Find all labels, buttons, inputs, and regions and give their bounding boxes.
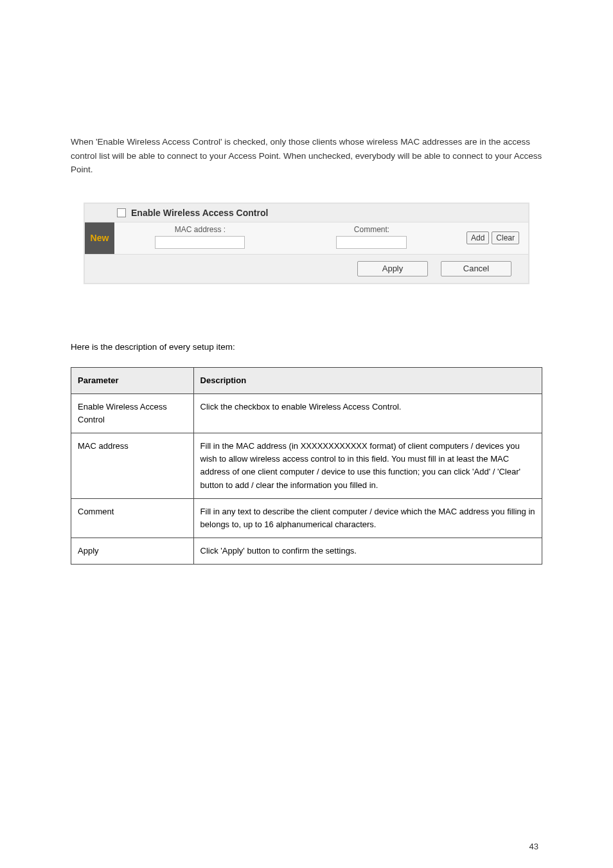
- page-number: 43: [529, 842, 538, 851]
- comment-label: Comment:: [354, 225, 389, 234]
- add-button[interactable]: Add: [466, 231, 489, 244]
- enable-label: Enable Wireless Access Control: [131, 208, 268, 218]
- param-cell: Apply: [71, 538, 194, 565]
- panel-footer: Apply Cancel: [85, 254, 528, 283]
- new-label: New: [85, 222, 114, 254]
- param-cell: Comment: [71, 498, 194, 538]
- desc-cell: Fill in the MAC address (in XXXXXXXXXXXX…: [193, 433, 542, 499]
- param-cell: Enable Wireless Access Control: [71, 393, 194, 433]
- comment-field-group: Comment:: [286, 222, 458, 254]
- th-description: Description: [193, 367, 542, 393]
- table-row: MAC address Fill in the MAC address (in …: [71, 433, 542, 499]
- enable-checkbox[interactable]: [117, 208, 126, 217]
- desc-cell: Fill in any text to describe the client …: [193, 498, 542, 538]
- intro-paragraph: When 'Enable Wireless Access Control' is…: [71, 135, 542, 177]
- mac-input[interactable]: [155, 236, 245, 249]
- apply-button[interactable]: Apply: [357, 261, 428, 276]
- param-intro: Here is the description of every setup i…: [71, 342, 542, 352]
- inline-button-group: Add Clear: [458, 231, 528, 244]
- desc-cell: Click 'Apply' button to confirm the sett…: [193, 538, 542, 565]
- table-row: Comment Fill in any text to describe the…: [71, 498, 542, 538]
- panel-header: Enable Wireless Access Control: [85, 204, 528, 222]
- clear-button[interactable]: Clear: [492, 231, 519, 244]
- access-control-panel: Enable Wireless Access Control New MAC a…: [84, 203, 529, 284]
- parameter-table: Parameter Description Enable Wireless Ac…: [71, 367, 542, 565]
- comment-input[interactable]: [336, 236, 407, 249]
- desc-cell: Click the checkbox to enable Wireless Ac…: [193, 393, 542, 433]
- mac-label: MAC address :: [175, 225, 226, 234]
- mac-field-group: MAC address :: [114, 222, 286, 254]
- th-parameter: Parameter: [71, 367, 194, 393]
- new-entry-row: New MAC address : Comment: Add Clear: [85, 222, 528, 254]
- table-row: Apply Click 'Apply' button to confirm th…: [71, 538, 542, 565]
- cancel-button[interactable]: Cancel: [441, 261, 511, 276]
- param-cell: MAC address: [71, 433, 194, 499]
- table-row: Enable Wireless Access Control Click the…: [71, 393, 542, 433]
